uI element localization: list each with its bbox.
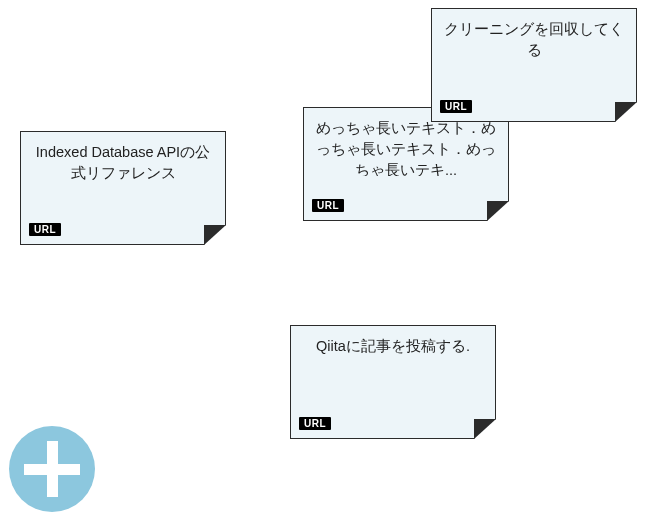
note-text: めっちゃ長いテキスト．めっちゃ長いテキスト．めっちゃ長いテキ... [316, 118, 496, 176]
url-badge[interactable]: URL [312, 199, 344, 212]
sticky-note[interactable]: Qiitaに記事を投稿する. URL [290, 325, 496, 439]
url-badge[interactable]: URL [440, 100, 472, 113]
add-note-button[interactable] [9, 426, 95, 512]
note-text: Indexed Database APIの公式リファレンス [33, 142, 213, 200]
note-text: Qiitaに記事を投稿する. [303, 336, 483, 394]
plus-icon [47, 441, 58, 497]
url-badge[interactable]: URL [29, 223, 61, 236]
sticky-note[interactable]: Indexed Database APIの公式リファレンス URL [20, 131, 226, 245]
note-text: クリーニングを回収してくる [444, 19, 624, 77]
sticky-note[interactable]: クリーニングを回収してくる URL [431, 8, 637, 122]
url-badge[interactable]: URL [299, 417, 331, 430]
sticky-note[interactable]: めっちゃ長いテキスト．めっちゃ長いテキスト．めっちゃ長いテキ... URL [303, 107, 509, 221]
